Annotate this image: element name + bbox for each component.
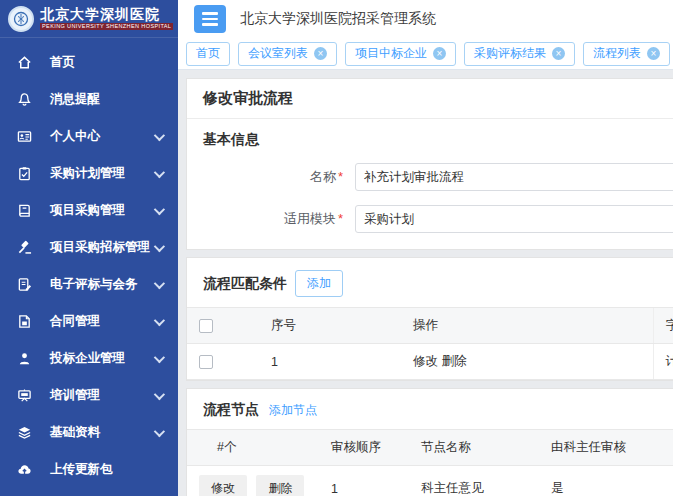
delete-button[interactable]: 删除	[256, 475, 304, 496]
close-icon[interactable]: ×	[314, 47, 327, 60]
hospital-name: 北京大学深圳医院	[40, 7, 173, 21]
sidebar-item-messages[interactable]: 消息提醒	[0, 81, 178, 118]
tab-project-winning-enterprise[interactable]: 项目中标企业 ×	[345, 42, 456, 66]
table-row: 1 修改 删除 计划类型	[187, 344, 673, 380]
sidebar-item-training-mgmt[interactable]: 培训管理	[0, 377, 178, 414]
sidebar-item-purchase-plan-mgmt[interactable]: 采购计划管理	[0, 155, 178, 192]
match-conditions-card: 流程匹配条件 添加 序号 操作 字段	[186, 257, 673, 381]
row-checkbox[interactable]	[199, 355, 213, 369]
chevron-down-icon	[154, 277, 165, 288]
chevron-down-icon	[154, 240, 165, 251]
cloud-upload-icon	[16, 462, 32, 478]
column-header-order: 审核顺序	[319, 430, 409, 466]
hospital-logo: 北京大学深圳医院 PEKING UNIVERSITY SHENZHEN HOSP…	[0, 0, 178, 38]
column-header-operation: 操作	[401, 308, 653, 344]
tab-home[interactable]: 首页	[186, 42, 230, 66]
tab-bar: 首页 会议室列表 × 项目中标企业 × 采购评标结果 × 流程列表 × 流程 ×	[178, 38, 673, 70]
chevron-down-icon	[154, 129, 165, 140]
sidebar-item-bidding-mgmt[interactable]: 项目采购招标管理	[0, 229, 178, 266]
basic-info-card: 修改审批流程 基本信息 名称* 适用模块*	[186, 78, 673, 250]
contract-icon	[16, 314, 32, 330]
file-edit-icon	[16, 277, 32, 293]
sidebar-item-project-purchase-mgmt[interactable]: 项目采购管理	[0, 192, 178, 229]
home-icon	[16, 55, 32, 71]
column-header-seq: 序号	[259, 308, 401, 344]
app-title: 北京大学深圳医院招采管理系统	[240, 10, 436, 28]
sidebar-item-e-evaluation[interactable]: 电子评标与会务	[0, 266, 178, 303]
chevron-down-icon	[154, 388, 165, 399]
required-asterisk: *	[338, 211, 343, 226]
basic-info-section-title: 基本信息	[203, 131, 673, 149]
match-conditions-table: 序号 操作 字段 1 修改 删除 计划类型	[187, 307, 673, 380]
hospital-emblem-icon	[8, 6, 34, 32]
id-card-icon	[16, 129, 32, 145]
tab-process-list[interactable]: 流程列表 ×	[583, 42, 670, 66]
column-header-field: 字段	[653, 308, 673, 344]
column-header-dept-head-review: 由科主任审核	[539, 430, 673, 466]
close-icon[interactable]: ×	[433, 47, 446, 60]
sidebar-nav: 首页 消息提醒 个人中心 采购计划管理 项目采购管理	[0, 38, 178, 488]
sidebar-item-bidder-enterprise-mgmt[interactable]: 投标企业管理	[0, 340, 178, 377]
add-condition-button[interactable]: 添加	[295, 270, 343, 297]
cell-field: 计划类型	[653, 344, 673, 380]
book-icon	[16, 203, 32, 219]
page-title: 修改审批流程	[203, 89, 293, 106]
sidebar-item-contract-mgmt[interactable]: 合同管理	[0, 303, 178, 340]
sidebar-item-personal-center[interactable]: 个人中心	[0, 118, 178, 155]
sidebar-item-home[interactable]: 首页	[0, 44, 178, 81]
name-field-label: 名称	[310, 169, 336, 184]
cell-order: 1	[319, 466, 409, 496]
main-area: 北京大学深圳医院招采管理系统 首页 会议室列表 × 项目中标企业 × 采购评标结…	[178, 0, 673, 496]
clipboard-check-icon	[16, 166, 32, 182]
close-icon[interactable]: ×	[647, 47, 660, 60]
presentation-icon	[16, 388, 32, 404]
user-icon	[16, 351, 32, 367]
module-field-label: 适用模块	[284, 211, 336, 226]
content-pane: 修改审批流程 基本信息 名称* 适用模块* 流程匹配条件	[178, 70, 673, 496]
app-window: 北京大学深圳医院 PEKING UNIVERSITY SHENZHEN HOSP…	[0, 0, 673, 496]
tab-bid-evaluation-result[interactable]: 采购评标结果 ×	[464, 42, 575, 66]
close-icon[interactable]: ×	[552, 47, 565, 60]
match-conditions-section-title: 流程匹配条件	[203, 275, 287, 293]
column-header-node-name: 节点名称	[409, 430, 539, 466]
cell-node-name: 科主任意见	[409, 466, 539, 496]
add-node-link[interactable]: 添加节点	[269, 402, 317, 419]
cell-dept-head: 是	[539, 466, 673, 496]
flow-nodes-section-title: 流程节点	[203, 401, 259, 419]
chevron-down-icon	[154, 425, 165, 436]
flow-nodes-card: 流程节点 添加节点 #个 审核顺序 节点名称 由科主任审核	[186, 388, 673, 496]
hospital-name-en: PEKING UNIVERSITY SHENZHEN HOSPITAL	[40, 23, 173, 31]
sidebar-toggle-button[interactable]	[194, 5, 226, 33]
flow-nodes-table: #个 审核顺序 节点名称 由科主任审核 修改 删除 1	[187, 429, 673, 496]
sidebar-item-upload-update-package[interactable]: 上传更新包	[0, 451, 178, 488]
top-header: 北京大学深圳医院招采管理系统	[178, 0, 673, 38]
sidebar: 北京大学深圳医院 PEKING UNIVERSITY SHENZHEN HOSP…	[0, 0, 178, 496]
chevron-down-icon	[154, 203, 165, 214]
layers-icon	[16, 425, 32, 441]
chevron-down-icon	[154, 314, 165, 325]
edit-button[interactable]: 修改	[199, 475, 247, 496]
table-row: 修改 删除 1 科主任意见 是	[187, 466, 673, 496]
bell-icon	[16, 92, 32, 108]
chevron-down-icon	[154, 351, 165, 362]
tab-meeting-room-list[interactable]: 会议室列表 ×	[238, 42, 337, 66]
cell-operations[interactable]: 修改 删除	[401, 344, 653, 380]
select-all-checkbox[interactable]	[199, 319, 213, 333]
module-field-row: 适用模块*	[203, 205, 673, 233]
sidebar-item-basic-data[interactable]: 基础资料	[0, 414, 178, 451]
name-field-row: 名称*	[203, 163, 673, 191]
column-header-index[interactable]: #个	[187, 430, 319, 466]
module-input[interactable]	[355, 205, 673, 233]
chevron-down-icon	[154, 166, 165, 177]
cell-seq: 1	[259, 344, 401, 380]
name-input[interactable]	[355, 163, 673, 191]
gavel-icon	[16, 240, 32, 256]
required-asterisk: *	[338, 169, 343, 184]
